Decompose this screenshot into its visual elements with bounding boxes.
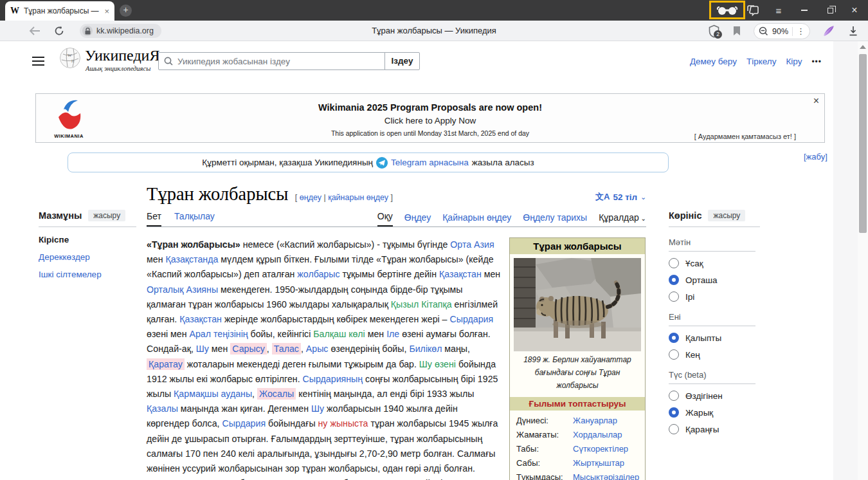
body-link[interactable]: ну жыныста — [318, 418, 368, 429]
body-link[interactable]: Қазақстан — [179, 314, 222, 324]
header-link[interactable]: Демеу беру — [690, 57, 737, 66]
body-link[interactable]: Шу — [311, 403, 324, 414]
wikipedia-wordmark[interactable]: УикипедиЯ — [85, 47, 159, 64]
banner-apply-link[interactable]: Click here to Apply Now — [36, 116, 824, 125]
body-text: «Тұран жолбарысы» — [147, 239, 240, 250]
body-link[interactable]: Шу өзені — [419, 359, 456, 369]
window-minimize-icon[interactable] — [795, 0, 814, 21]
search-input[interactable] — [177, 57, 379, 66]
radio-selected-icon[interactable] — [669, 407, 679, 418]
wikimania-banner[interactable]: WIKIMANIA Wikimania 2025 Program Proposa… — [35, 93, 825, 143]
side-panels-icon[interactable] — [743, 0, 763, 21]
download-icon[interactable] — [844, 21, 863, 41]
window-close-icon[interactable]: × — [845, 0, 864, 21]
header-link[interactable]: Кіру — [786, 57, 802, 66]
body-link[interactable]: Талас — [272, 343, 301, 355]
body-link[interactable]: Қазақстан — [439, 269, 482, 279]
zoom-control[interactable]: 90% ⋮ — [754, 23, 810, 39]
search-box[interactable] — [158, 52, 385, 70]
body-link[interactable]: Балқаш көлі — [313, 329, 365, 339]
article-tab[interactable]: Бет — [147, 211, 161, 226]
banner-close-icon[interactable]: × — [813, 95, 819, 107]
header-link[interactable]: Тіркелу — [746, 57, 777, 66]
language-selector[interactable]: 文A 52 тіл ⌄ — [595, 191, 646, 203]
search-button[interactable]: Іздеу — [384, 52, 420, 70]
header-overflow-icon[interactable]: ••• — [811, 57, 822, 66]
edit-link[interactable]: өңдеу — [300, 193, 321, 202]
infobox-row-value[interactable]: Жыртқыштар — [573, 458, 645, 468]
radio-option[interactable]: Қалыпты — [669, 333, 760, 343]
body-link[interactable]: Сырдарияның — [303, 374, 363, 384]
body-link[interactable]: Қармақшы ауданы — [174, 389, 252, 399]
toc-item[interactable]: Дереккөздер — [39, 252, 136, 262]
body-link[interactable]: жолбарыс — [297, 269, 339, 279]
scrollbar-up-arrow[interactable] — [860, 45, 866, 49]
tab-close-icon[interactable]: × — [104, 6, 109, 16]
body-link[interactable]: Сырдария — [449, 314, 493, 324]
back-icon[interactable] — [26, 21, 44, 41]
radio-label: Өздігінен — [685, 391, 723, 401]
address-bar[interactable]: kk.wikipedia.org — [80, 24, 161, 38]
body-link[interactable]: Сырдария — [222, 418, 266, 429]
window-restore-icon[interactable] — [820, 0, 840, 21]
tiger-photo[interactable] — [514, 258, 641, 351]
wikipedia-globe-logo[interactable]: W И — [59, 47, 81, 71]
radio-icon[interactable] — [669, 349, 679, 360]
infobox-row-value[interactable]: Сүткоректілер — [573, 444, 645, 454]
radio-icon[interactable] — [669, 291, 679, 302]
radio-option[interactable]: Жарық — [669, 407, 760, 418]
article-tab[interactable]: Өңделу тарихы — [523, 212, 587, 226]
radio-icon[interactable] — [669, 424, 679, 434]
radio-option[interactable]: Өздігінен — [669, 391, 760, 401]
chevron-down-icon: ⌄ — [640, 193, 646, 201]
quill-icon[interactable] — [819, 21, 838, 41]
radio-icon[interactable] — [669, 391, 679, 401]
bookmark-icon[interactable] — [729, 21, 745, 41]
toc-item[interactable]: Кіріспе — [39, 235, 136, 245]
telegram-channel-link[interactable]: Telegram арнасына — [391, 158, 469, 167]
article-tab[interactable]: Талқылау — [174, 211, 215, 226]
radio-option[interactable]: Орташа — [669, 275, 760, 285]
toc-hide-button[interactable]: жасыру — [88, 210, 125, 221]
body-link[interactable]: Қызыл Кітапқа — [391, 299, 452, 309]
body-link[interactable]: Орталық Азияны — [147, 284, 218, 295]
body-link[interactable]: Іле — [386, 329, 399, 339]
source-edit-link[interactable]: қайнарын өңдеу — [328, 193, 388, 202]
body-link[interactable]: Сарысу — [230, 343, 267, 355]
infobox-row-value[interactable]: Мысықтәрізділер — [573, 472, 645, 480]
banner-translate-note[interactable]: [ Аудармамен қамтамасыз ет! ] — [694, 133, 796, 140]
radio-icon[interactable] — [669, 258, 679, 268]
article-tab[interactable]: Оқу — [377, 211, 393, 226]
article-tab[interactable]: Өңдеу — [404, 212, 431, 226]
radio-selected-icon[interactable] — [669, 333, 679, 343]
appearance-hide-button[interactable]: жасыру — [708, 210, 745, 221]
article-tab[interactable]: Қайнарын өңдеу — [442, 212, 511, 226]
zoom-menu-icon[interactable]: ⋮ — [797, 26, 805, 36]
close-banner-link[interactable]: [жабу] — [804, 152, 827, 162]
infobox-row-value[interactable]: Хордалылар — [573, 430, 645, 439]
toc-item[interactable]: Ішкі сілтемелер — [39, 270, 136, 279]
radio-option[interactable]: Қараңғы — [669, 424, 760, 434]
body-link[interactable]: Арал теңізінің — [189, 329, 248, 339]
body-link[interactable]: Билікөл — [409, 344, 442, 354]
body-link[interactable]: Шу — [196, 344, 209, 354]
main-menu-icon[interactable] — [32, 57, 44, 66]
radio-option[interactable]: Кең — [669, 349, 760, 360]
reload-icon[interactable] — [50, 21, 68, 41]
body-link[interactable]: Қазақстанда — [165, 254, 218, 264]
new-tab-button[interactable]: + — [120, 5, 132, 17]
radio-selected-icon[interactable] — [669, 275, 679, 285]
browser-menu-icon[interactable]: ≡ — [769, 0, 788, 21]
radio-option[interactable]: Ұсақ — [669, 258, 760, 268]
body-link[interactable]: Жосалы — [257, 388, 296, 400]
body-link[interactable]: Қазалы — [147, 403, 178, 414]
radio-option[interactable]: Ірі — [669, 291, 760, 302]
body-link[interactable]: Қаратау — [147, 358, 185, 370]
browser-tab[interactable]: W Тұран жолбарысы — Уи × — [5, 1, 114, 21]
infobox-row-value[interactable]: Жануарлар — [573, 416, 645, 425]
body-link[interactable]: Орта Азия — [450, 239, 494, 250]
body-link[interactable]: Арыс — [306, 344, 329, 354]
article-tab[interactable]: Құралдар ⌄ — [599, 212, 646, 226]
scrollbar-thumb[interactable] — [859, 54, 867, 233]
lock-icon[interactable] — [82, 26, 93, 36]
